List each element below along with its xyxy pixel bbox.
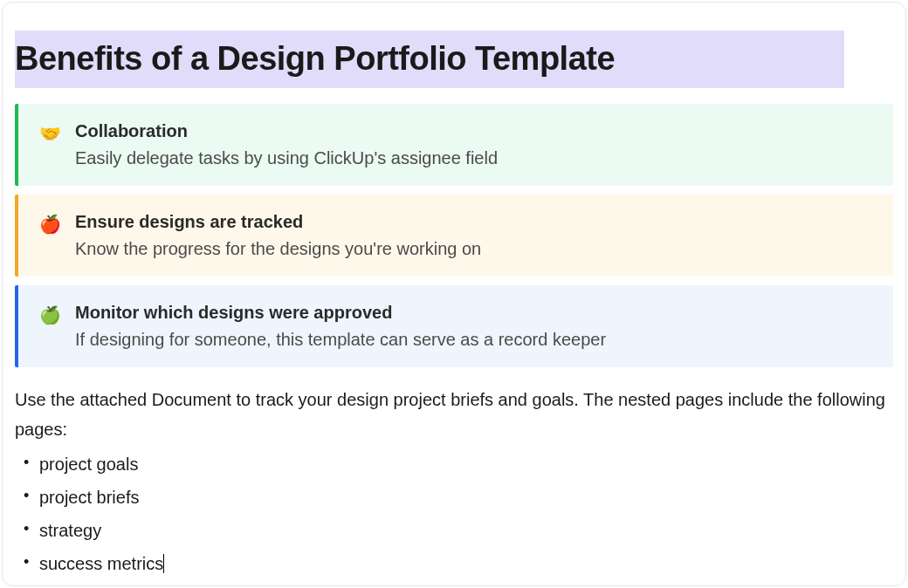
callout-content: Collaboration Easily delegate tasks by u… [75, 121, 877, 168]
page-title[interactable]: Benefits of a Design Portfolio Template [15, 39, 844, 79]
callout-title: Collaboration [75, 121, 877, 141]
list-item[interactable]: strategy [39, 514, 893, 547]
callout-content: Ensure designs are tracked Know the prog… [75, 212, 877, 259]
bullet-list[interactable]: project goals project briefs strategy su… [15, 448, 893, 580]
callout-body: Know the progress for the designs you're… [75, 239, 877, 259]
handshake-icon: 🤝 [39, 121, 61, 146]
callout-content: Monitor which designs were approved If d… [75, 303, 877, 350]
red-apple-icon: 🍎 [39, 212, 61, 236]
callout-body: If designing for someone, this template … [75, 330, 877, 350]
text-cursor [163, 554, 164, 573]
document-page: Benefits of a Design Portfolio Template … [2, 2, 906, 586]
green-apple-icon: 🍏 [39, 303, 61, 327]
intro-paragraph[interactable]: Use the attached Document to track your … [15, 385, 893, 444]
callout-approved[interactable]: 🍏 Monitor which designs were approved If… [15, 285, 893, 367]
callout-tracking[interactable]: 🍎 Ensure designs are tracked Know the pr… [15, 195, 893, 277]
list-item-text: success metrics [39, 554, 163, 573]
list-item[interactable]: project briefs [39, 481, 893, 514]
callout-collaboration[interactable]: 🤝 Collaboration Easily delegate tasks by… [15, 104, 893, 186]
heading-highlight: Benefits of a Design Portfolio Template [15, 31, 844, 88]
callout-title: Monitor which designs were approved [75, 303, 877, 323]
callout-title: Ensure designs are tracked [75, 212, 877, 232]
list-item[interactable]: project goals [39, 448, 893, 481]
list-item[interactable]: success metrics [39, 547, 893, 580]
callout-body: Easily delegate tasks by using ClickUp's… [75, 148, 877, 168]
